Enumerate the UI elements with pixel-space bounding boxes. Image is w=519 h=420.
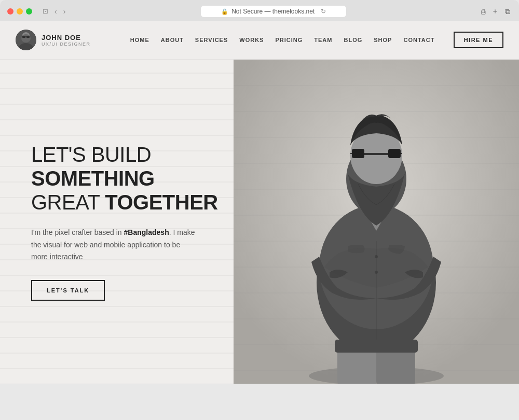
avatar-image [16,30,36,50]
subtext-bold: #Bangladesh [124,228,169,236]
close-button[interactable] [7,8,13,15]
nav-about[interactable]: ABOUT [161,37,184,43]
url-text: Not Secure — themelooks.net [231,8,315,15]
logo-name-subtitle: UX/UI DESIGNER [42,41,91,47]
subtext-plain-1: I'm the pixel crafter based in [31,228,124,236]
lock-icon: 🔒 [221,8,228,15]
minimize-button[interactable] [17,8,23,15]
share-button[interactable]: ⎙ [480,6,487,17]
nav-services[interactable]: SERVICES [195,37,228,43]
browser-nav-controls: ⊡ ‹ › [40,6,67,17]
headline-text-2: GREAT TOGETHER [31,191,218,214]
avatar [16,30,36,50]
site-navigation: JOHN DOE UX/UI DESIGNER HOME ABOUT SERVI… [0,21,519,60]
logo-name-main: JOHN DOE [42,34,91,41]
bookmarks-button[interactable]: ⧉ [503,6,512,18]
nav-contact[interactable]: CONTACT [403,37,434,43]
svg-point-2 [21,34,31,43]
window-icon[interactable]: ⊡ [40,6,50,17]
svg-rect-28 [388,149,401,158]
maximize-button[interactable] [26,8,32,15]
hero-headline: LET'S BUILD SOMETHING GREAT TOGETHER [31,143,260,214]
nav-links: HOME ABOUT SERVICES WORKS PRICING TEAM B… [112,37,454,43]
lets-talk-button[interactable]: LET'S TALK [31,280,105,301]
forward-button[interactable]: › [61,6,68,17]
hero-person-image [234,60,519,384]
nav-works[interactable]: WORKS [239,37,264,43]
browser-bottom-bar [0,384,519,402]
hero-content: LET'S BUILD SOMETHING GREAT TOGETHER I'm… [0,143,260,301]
back-button[interactable]: ‹ [52,6,59,17]
new-tab-button[interactable]: ＋ [490,5,500,18]
traffic-lights [7,8,32,15]
svg-rect-27 [352,149,364,158]
browser-titlebar: ⊡ ‹ › 🔒 Not Secure — themelooks.net ↻ ⎙ … [0,0,519,21]
svg-rect-5 [26,36,30,38]
svg-point-35 [375,255,378,258]
headline-bold-1: SOMETHING [31,167,155,190]
headline-bold-2: TOGETHER [105,191,218,214]
hero-section: LET'S BUILD SOMETHING GREAT TOGETHER I'm… [0,60,519,384]
nav-home[interactable]: HOME [130,37,149,43]
browser-window: ⊡ ‹ › 🔒 Not Secure — themelooks.net ↻ ⎙ … [0,0,519,21]
nav-shop[interactable]: SHOP [374,37,392,43]
svg-point-36 [375,271,378,274]
nav-pricing[interactable]: PRICING [275,37,303,43]
hire-me-button[interactable]: HIRE ME [454,32,503,48]
svg-rect-4 [22,36,25,38]
hero-subtext: I'm the pixel crafter based in #Banglade… [31,227,197,263]
address-bar-container: 🔒 Not Secure — themelooks.net ↻ [72,6,475,17]
nav-team[interactable]: TEAM [314,37,332,43]
logo-name: JOHN DOE UX/UI DESIGNER [42,34,91,47]
refresh-icon[interactable]: ↻ [321,8,326,15]
headline-text-1: LET'S BUILD SOMETHING [31,143,155,190]
browser-actions: ⎙ ＋ ⧉ [480,5,512,18]
address-bar[interactable]: 🔒 Not Secure — themelooks.net ↻ [201,6,346,17]
nav-blog[interactable]: BLOG [344,37,362,43]
svg-rect-33 [335,340,418,353]
person-svg [234,60,519,384]
logo-area: JOHN DOE UX/UI DESIGNER [16,30,91,50]
website-content: JOHN DOE UX/UI DESIGNER HOME ABOUT SERVI… [0,21,519,384]
